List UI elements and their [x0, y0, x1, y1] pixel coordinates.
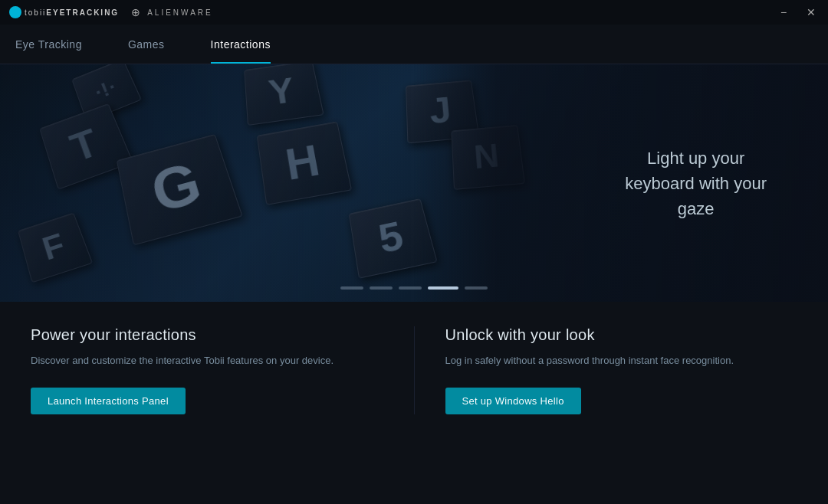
titlebar-controls: − ✕ — [776, 5, 819, 20]
tab-eye-tracking[interactable]: Eye Tracking — [15, 25, 82, 64]
interactions-desc: Discover and customize the interactive T… — [31, 353, 383, 369]
hello-col: Unlock with your look Log in safely with… — [414, 326, 798, 414]
pagination-dot-1[interactable] — [340, 286, 363, 290]
main-nav: Eye Tracking Games Interactions — [0, 25, 828, 64]
hero-banner: ·!· T F G Y H J N 5 Light up your keyboa… — [0, 64, 828, 302]
launch-interactions-button[interactable]: Launch Interactions Panel — [31, 388, 186, 414]
hello-title: Unlock with your look — [445, 326, 798, 344]
pagination-dot-4[interactable] — [428, 286, 458, 290]
setup-hello-button[interactable]: Set up Windows Hello — [445, 388, 581, 414]
minimize-button[interactable]: − — [776, 5, 791, 20]
content-section: Power your interactions Discover and cus… — [0, 302, 828, 439]
tobii-logo: tobiiEYETRACKING — [9, 6, 119, 18]
alienware-icon: ⊕ — [131, 6, 143, 18]
tab-games[interactable]: Games — [128, 25, 165, 64]
titlebar: tobiiEYETRACKING ⊕ ALIENWARE − ✕ — [0, 0, 828, 25]
close-button[interactable]: ✕ — [803, 5, 819, 20]
pagination-dot-3[interactable] — [399, 286, 422, 290]
interactions-title: Power your interactions — [31, 326, 383, 344]
hero-pagination — [340, 286, 488, 290]
pagination-dot-2[interactable] — [370, 286, 393, 290]
tobii-dot-icon — [9, 6, 21, 18]
interactions-col: Power your interactions Discover and cus… — [31, 326, 414, 414]
pagination-dot-5[interactable] — [465, 286, 488, 290]
tab-interactions[interactable]: Interactions — [211, 25, 271, 64]
titlebar-left: tobiiEYETRACKING ⊕ ALIENWARE — [9, 6, 213, 18]
tobii-logo-text: tobiiEYETRACKING — [25, 8, 119, 17]
alienware-logo: ⊕ ALIENWARE — [131, 6, 213, 18]
hello-desc: Log in safely without a password through… — [445, 353, 798, 369]
hero-text: Light up your keyboard with your gaze — [625, 146, 767, 221]
